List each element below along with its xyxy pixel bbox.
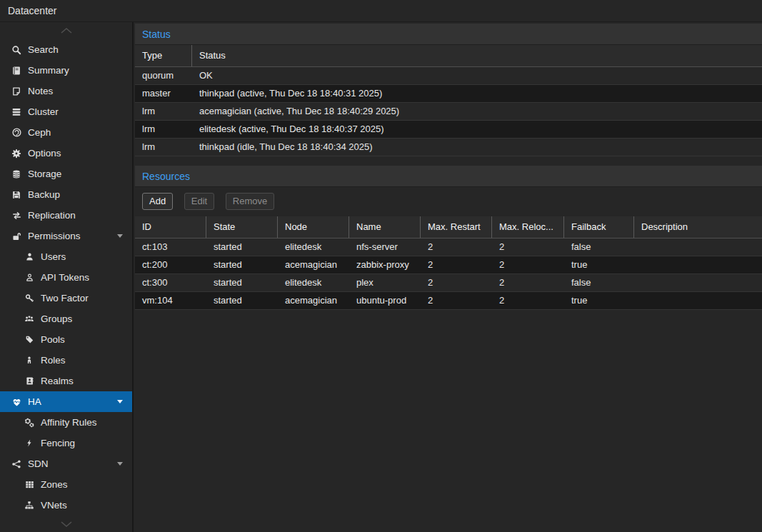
sidebar-item-ha[interactable]: HA [0, 391, 132, 412]
sidebar-item-label: SDN [28, 458, 49, 469]
cell-status: acemagician (active, Thu Dec 18 18:40:29… [192, 103, 762, 120]
note-icon [9, 86, 24, 97]
top-bar: Datacenter [0, 0, 762, 22]
table-row[interactable]: quorum OK [135, 67, 762, 85]
sidebar-item-label: Affinity Rules [41, 417, 97, 428]
table-row[interactable]: vm:104 started acemagician ubuntu-prod 2… [135, 292, 762, 310]
column-header-max-restart[interactable]: Max. Restart [421, 216, 492, 238]
sidebar-item-users[interactable]: Users [0, 246, 132, 267]
sidebar-item-summary[interactable]: Summary [0, 60, 132, 81]
sidebar-item-storage[interactable]: Storage [0, 164, 132, 184]
resources-toolbar: Add Edit Remove [135, 187, 762, 216]
sidebar-item-label: Notes [28, 86, 53, 96]
main-content: Status Type Status quorum OK master thin… [135, 22, 762, 532]
cell-name: plex [349, 274, 421, 291]
sidebar-item-label: Permissions [28, 231, 81, 241]
cell-max-restart: 2 [421, 274, 492, 291]
floppy-icon [9, 189, 24, 201]
column-header-status[interactable]: Status [192, 45, 762, 66]
sidebar-item-groups[interactable]: Groups [0, 308, 132, 329]
cell-failback: true [564, 292, 634, 309]
sidebar-item-label: Options [28, 148, 61, 159]
column-header-type[interactable]: Type [135, 45, 192, 66]
column-header-state[interactable]: State [206, 216, 278, 238]
user-outline-icon [22, 272, 36, 283]
sidebar-item-sdn[interactable]: SDN [0, 453, 132, 474]
sidebar-item-zones[interactable]: Zones [0, 474, 132, 495]
cell-node: acemagician [278, 256, 349, 273]
cell-type: quorum [135, 67, 192, 84]
sidebar-item-permissions[interactable]: Permissions [0, 226, 132, 246]
cell-state: started [206, 256, 278, 273]
table-row[interactable]: master thinkpad (active, Thu Dec 18 18:4… [135, 85, 762, 103]
sidebar-item-label: Ceph [28, 127, 51, 138]
chevron-down-icon[interactable] [117, 234, 123, 241]
chevron-down-icon[interactable] [117, 462, 123, 468]
table-row[interactable]: ct:300 started elitedesk plex 2 2 false [135, 274, 762, 292]
resources-panel: Resources Add Edit Remove ID State Node … [135, 166, 762, 310]
cell-max-restart: 2 [421, 292, 492, 309]
sidebar-item-vnets[interactable]: VNets [0, 495, 132, 516]
sidebar-item-fencing[interactable]: Fencing [0, 433, 132, 453]
edit-button[interactable]: Edit [184, 193, 214, 210]
sidebar-item-roles[interactable]: Roles [0, 350, 132, 371]
sidebar-item-label: API Tokens [41, 272, 89, 283]
column-header-id[interactable]: ID [135, 216, 206, 238]
sync-arrows-icon [9, 210, 24, 221]
address-book-icon [22, 376, 36, 387]
cell-id: ct:300 [135, 274, 206, 291]
sidebar-item-label: Users [41, 251, 66, 262]
column-header-max-relocate[interactable]: Max. Reloc... [492, 216, 564, 238]
sidebar-item-label: Roles [41, 355, 66, 366]
cell-type: lrm [135, 121, 192, 138]
sidebar-item-notes[interactable]: Notes [0, 81, 132, 101]
column-header-description[interactable]: Description [634, 216, 762, 238]
person-icon [22, 355, 36, 366]
sidebar-item-affinity-rules[interactable]: Affinity Rules [0, 412, 132, 433]
column-header-name[interactable]: Name [349, 216, 421, 238]
sidebar-item-label: Search [28, 44, 59, 55]
sidebar-item-realms[interactable]: Realms [0, 371, 132, 391]
sidebar-item-label: Replication [28, 210, 76, 221]
sidebar-item-search[interactable]: Search [0, 39, 132, 60]
sidebar-scroll-down[interactable] [0, 516, 132, 532]
column-header-failback[interactable]: Failback [564, 216, 634, 238]
unlock-icon [9, 231, 24, 242]
table-row[interactable]: ct:103 started elitedesk nfs-server 2 2 … [135, 239, 762, 256]
table-row[interactable]: lrm acemagician (active, Thu Dec 18 18:4… [135, 103, 762, 121]
cell-max-relocate: 2 [492, 256, 564, 273]
sidebar-item-label: Backup [28, 189, 60, 200]
sidebar-scroll-up[interactable] [0, 22, 132, 39]
add-button[interactable]: Add [142, 193, 173, 210]
sidebar-item-label: Zones [41, 479, 68, 490]
sidebar-item-label: Fencing [41, 438, 75, 448]
resources-table-header: ID State Node Name Max. Restart Max. Rel… [135, 216, 762, 239]
sidebar-item-ceph[interactable]: Ceph [0, 122, 132, 143]
cell-name: ubuntu-prod [349, 292, 421, 309]
cell-max-restart: 2 [421, 256, 492, 273]
table-row[interactable]: ct:200 started acemagician zabbix-proxy … [135, 256, 762, 274]
sidebar-item-pools[interactable]: Pools [0, 329, 132, 350]
table-row[interactable]: lrm elitedesk (active, Thu Dec 18 18:40:… [135, 121, 762, 139]
cell-max-relocate: 2 [492, 239, 564, 256]
cell-status: elitedesk (active, Thu Dec 18 18:40:37 2… [192, 121, 762, 138]
sidebar-item-two-factor[interactable]: Two Factor [0, 288, 132, 308]
table-row[interactable]: lrm thinkpad (idle, Thu Dec 18 18:40:34 … [135, 139, 762, 156]
breadcrumb-datacenter: Datacenter [8, 5, 56, 16]
ceph-icon [9, 127, 24, 139]
tag-icon [22, 334, 36, 346]
remove-button[interactable]: Remove [226, 193, 274, 210]
sidebar-item-cluster[interactable]: Cluster [0, 101, 132, 122]
cell-id: vm:104 [135, 292, 206, 309]
sidebar-item-options[interactable]: Options [0, 143, 132, 164]
sidebar-item-label: VNets [41, 500, 67, 511]
sidebar-item-api-tokens[interactable]: API Tokens [0, 267, 132, 288]
sidebar: Search Summary Notes Cluster Ceph Option… [0, 22, 134, 532]
cell-status: thinkpad (active, Thu Dec 18 18:40:31 20… [192, 85, 762, 102]
chevron-down-icon[interactable] [117, 400, 123, 406]
gear-icon [9, 148, 24, 159]
sidebar-item-backup[interactable]: Backup [0, 184, 132, 205]
column-header-node[interactable]: Node [278, 216, 349, 238]
grid-icon [22, 479, 36, 491]
sidebar-item-replication[interactable]: Replication [0, 205, 132, 226]
